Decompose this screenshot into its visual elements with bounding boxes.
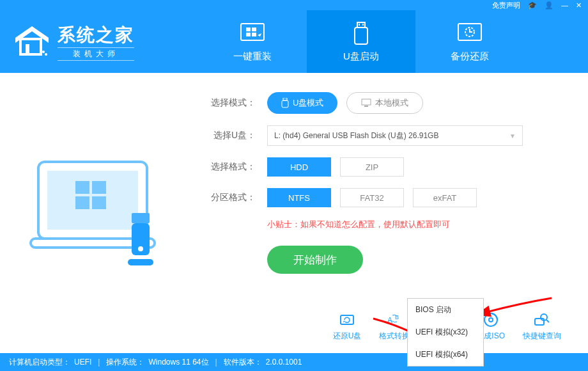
svg-rect-20 bbox=[92, 181, 106, 194]
titlebar: 免责声明 🎓 👤 — ✕ bbox=[0, 0, 588, 10]
logo-subtitle: 装机大师 bbox=[58, 47, 134, 61]
svg-rect-8 bbox=[246, 33, 251, 36]
disclaimer-link[interactable]: 免责声明 bbox=[492, 1, 520, 10]
annotation-arrow-1 bbox=[483, 297, 553, 325]
tab-reinstall[interactable]: 一键重装 bbox=[198, 10, 307, 73]
logo-title: 系统之家 bbox=[58, 23, 134, 47]
start-button[interactable]: 开始制作 bbox=[267, 246, 363, 274]
svg-rect-25 bbox=[128, 259, 153, 265]
reinstall-icon bbox=[238, 21, 267, 47]
boot-popup: BIOS 启动 UEFI 模拟(x32) UEFI 模拟(x64) bbox=[407, 298, 484, 367]
close-icon[interactable]: ✕ bbox=[576, 1, 582, 10]
chevron-down-icon: ▼ bbox=[509, 132, 516, 139]
svg-rect-12 bbox=[359, 24, 360, 26]
partition-label: 分区格式： bbox=[198, 192, 256, 203]
svg-point-4 bbox=[45, 53, 47, 56]
svg-rect-11 bbox=[355, 28, 368, 44]
mode-local-button[interactable]: 本地模式 bbox=[346, 92, 423, 114]
user-icon[interactable]: 👤 bbox=[545, 1, 553, 10]
svg-rect-28 bbox=[282, 100, 288, 107]
header: 系统之家 装机大师 一键重装 U盘启动 备份还原 bbox=[0, 10, 588, 73]
svg-rect-1 bbox=[20, 39, 41, 54]
udisk-select[interactable]: L: (hd4) General USB Flash Disk (U盘) 26.… bbox=[267, 125, 523, 146]
popup-bios[interactable]: BIOS 启动 bbox=[408, 299, 483, 321]
partition-fat32-button[interactable]: FAT32 bbox=[340, 188, 404, 207]
usb-small-icon bbox=[281, 98, 289, 108]
svg-rect-5 bbox=[241, 24, 264, 40]
tip-text: 小贴士：如果不知道怎么配置，使用默认配置即可 bbox=[267, 219, 562, 230]
svg-rect-9 bbox=[252, 33, 256, 36]
logo-area: 系统之家 装机大师 bbox=[0, 22, 198, 61]
svg-rect-21 bbox=[75, 196, 89, 209]
tab-backup[interactable]: 备份还原 bbox=[415, 10, 524, 73]
svg-point-26 bbox=[138, 246, 143, 251]
svg-rect-13 bbox=[362, 24, 364, 26]
svg-rect-23 bbox=[132, 213, 150, 223]
partition-ntfs-button[interactable]: NTFS bbox=[267, 188, 331, 207]
backup-icon bbox=[456, 21, 484, 47]
statusbar: 计算机启动类型：UEFI | 操作系统：Windows 11 64位 | 软件版… bbox=[0, 353, 588, 371]
format-label: 选择格式： bbox=[198, 161, 256, 173]
udisk-label: 选择U盘： bbox=[198, 130, 256, 141]
mode-label: 选择模式： bbox=[198, 97, 256, 109]
svg-rect-19 bbox=[75, 181, 89, 194]
format-zip-button[interactable]: ZIP bbox=[340, 157, 404, 177]
svg-rect-29 bbox=[362, 99, 371, 105]
minimize-icon[interactable]: — bbox=[561, 1, 568, 9]
usb-icon bbox=[347, 21, 375, 47]
mode-usb-button[interactable]: U盘模式 bbox=[267, 92, 337, 114]
svg-rect-7 bbox=[252, 28, 256, 31]
illustration bbox=[0, 73, 198, 353]
restore-icon bbox=[339, 312, 355, 328]
svg-rect-22 bbox=[92, 196, 106, 209]
main-tabs: 一键重装 U盘启动 备份还原 bbox=[198, 10, 524, 73]
restore-usb-tool[interactable]: 还原U盘 bbox=[333, 312, 362, 342]
format-hdd-button[interactable]: HDD bbox=[267, 157, 331, 177]
svg-rect-2 bbox=[26, 44, 29, 54]
svg-point-3 bbox=[42, 51, 45, 53]
logo-icon bbox=[13, 22, 51, 61]
popup-uefi-x64[interactable]: UEFI 模拟(x64) bbox=[408, 343, 483, 366]
tab-usb-boot[interactable]: U盘启动 bbox=[307, 10, 415, 73]
svg-rect-27 bbox=[283, 98, 287, 100]
svg-rect-10 bbox=[357, 22, 365, 28]
popup-uefi-x32[interactable]: UEFI 模拟(x32) bbox=[408, 321, 483, 343]
partition-exfat-button[interactable]: exFAT bbox=[413, 188, 477, 207]
hat-icon[interactable]: 🎓 bbox=[528, 1, 537, 10]
monitor-small-icon bbox=[361, 99, 371, 107]
svg-rect-6 bbox=[246, 28, 251, 31]
svg-rect-30 bbox=[364, 106, 368, 107]
main-panel: 选择模式： U盘模式 本地模式 选择U盘： L: (hd4) General U… bbox=[0, 73, 588, 353]
